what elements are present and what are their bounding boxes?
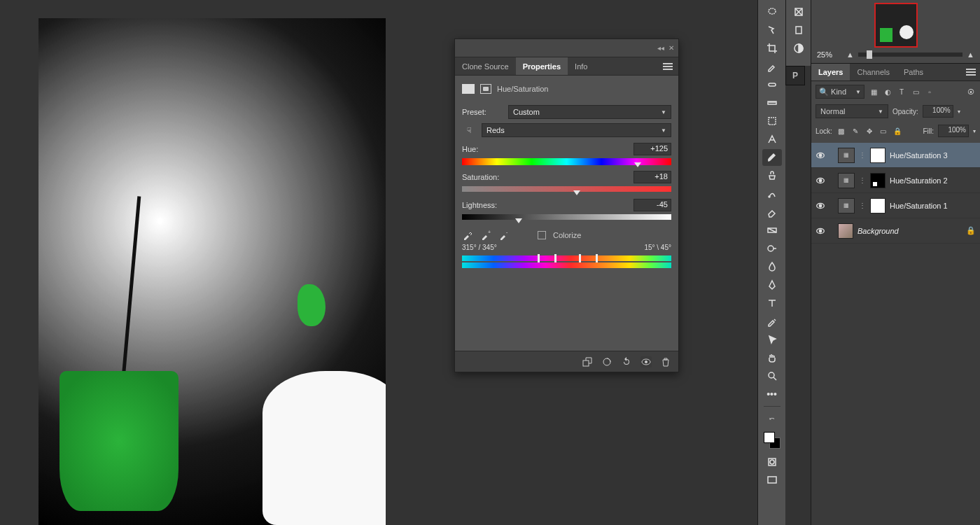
tab-layers[interactable]: Layers <box>811 64 850 80</box>
layer-mask-thumb[interactable] <box>870 173 886 188</box>
quick-select-tool-icon[interactable] <box>762 22 782 38</box>
lightness-value-input[interactable]: -45 <box>634 199 671 211</box>
artboard-tool-icon[interactable] <box>789 22 808 38</box>
adjustment-layer-icon[interactable] <box>789 40 808 57</box>
shape-tool-icon[interactable] <box>762 313 782 330</box>
fill-input[interactable]: 100% <box>938 125 969 137</box>
filter-type-icon[interactable]: T <box>897 87 906 97</box>
filter-adjust-icon[interactable]: ◐ <box>883 87 892 97</box>
reset-icon[interactable] <box>621 356 632 368</box>
layer-name[interactable]: Hue/Saturation 2 <box>890 176 948 185</box>
document-canvas[interactable] <box>38 18 386 525</box>
eyedropper-tool-icon[interactable] <box>762 58 782 75</box>
eyedropper-minus-icon[interactable]: - <box>498 230 510 241</box>
zoom-out-icon[interactable]: ▲ <box>846 50 854 59</box>
tab-properties[interactable]: Properties <box>516 57 568 75</box>
range-handle[interactable] <box>538 254 540 262</box>
layer-row[interactable]: ▦ ⋮ Hue/Saturation 1 <box>811 193 980 218</box>
lock-transparent-icon[interactable]: ▩ <box>836 126 846 136</box>
zoom-value[interactable]: 25% <box>817 50 842 59</box>
pen-tool-icon[interactable] <box>762 276 782 293</box>
layer-mask-thumb[interactable] <box>870 148 886 163</box>
layer-row[interactable]: ▦ ⋮ Hue/Saturation 3 <box>811 143 980 168</box>
zoom-slider[interactable] <box>858 52 962 57</box>
color-swatches[interactable] <box>764 432 780 449</box>
tab-channels[interactable]: Channels <box>850 64 896 80</box>
layers-panel-menu-icon[interactable] <box>962 64 980 80</box>
tab-paths[interactable]: Paths <box>897 64 930 80</box>
saturation-slider-thumb[interactable] <box>573 190 580 195</box>
edit-toolbar-icon[interactable]: ••• <box>762 386 782 402</box>
zoom-tool-icon[interactable] <box>762 368 782 384</box>
properties-panel[interactable]: ◂◂ ✕ Clone Source Properties Info Hue/Sa… <box>454 38 679 372</box>
swap-colors-icon[interactable]: ⤺ <box>762 410 782 427</box>
layer-name[interactable]: Background <box>858 227 899 235</box>
panel-close-icon[interactable]: ✕ <box>668 44 674 52</box>
navigator-thumbnail[interactable] <box>874 3 918 48</box>
mask-link-icon[interactable]: ⋮ <box>859 151 866 159</box>
crop-tool-icon[interactable] <box>762 40 782 57</box>
range-handle[interactable] <box>579 254 581 262</box>
clone-stamp-tool-icon[interactable] <box>762 167 782 184</box>
layer-visibility-icon[interactable] <box>816 150 825 160</box>
trash-icon[interactable] <box>660 356 671 368</box>
lock-position-icon[interactable]: ✥ <box>864 126 874 136</box>
filter-toggle-icon[interactable]: ⦿ <box>966 87 976 97</box>
range-handle[interactable] <box>596 254 598 262</box>
eyedropper-plus-icon[interactable]: + <box>480 230 491 241</box>
hue-slider-thumb[interactable] <box>634 162 641 167</box>
layer-row[interactable]: ▦ ⋮ Hue/Saturation 2 <box>811 168 980 193</box>
panel-menu-icon[interactable] <box>657 57 678 75</box>
saturation-value-input[interactable]: +18 <box>634 171 671 183</box>
healing-brush-tool-icon[interactable] <box>762 76 782 93</box>
zoom-slider-thumb[interactable] <box>867 50 872 59</box>
type-tool-icon[interactable] <box>762 295 782 312</box>
hue-slider[interactable] <box>462 158 671 165</box>
panel-drag-bar[interactable]: ◂◂ ✕ <box>455 39 678 57</box>
collapsed-panel-icon[interactable]: P <box>785 66 805 85</box>
mask-link-icon[interactable]: ⋮ <box>859 176 866 184</box>
colorize-checkbox[interactable] <box>538 231 546 239</box>
hue-value-input[interactable]: +125 <box>634 143 671 155</box>
lock-pixels-icon[interactable]: ✎ <box>850 126 860 136</box>
saturation-slider[interactable] <box>462 186 671 193</box>
filter-pixel-icon[interactable]: ▦ <box>869 87 878 97</box>
preset-select[interactable]: Custom ▼ <box>508 105 671 119</box>
lock-artboard-icon[interactable]: ▭ <box>878 126 888 136</box>
targeted-adjust-icon[interactable]: ☟ <box>462 123 476 137</box>
layer-mask-thumb[interactable] <box>870 198 886 214</box>
lightness-slider-thumb[interactable] <box>515 218 522 223</box>
tab-info[interactable]: Info <box>568 57 594 75</box>
filter-shape-icon[interactable]: ▭ <box>911 87 920 97</box>
opacity-input[interactable]: 100% <box>923 105 953 118</box>
brush-tool-icon[interactable] <box>762 149 782 166</box>
history-brush-tool-icon[interactable] <box>762 186 782 202</box>
color-range-bar-top[interactable] <box>462 255 671 261</box>
layer-visibility-icon[interactable] <box>816 226 825 236</box>
zoom-in-icon[interactable]: ▲ <box>967 50 974 59</box>
eyedropper-icon[interactable] <box>462 230 473 241</box>
range-handle[interactable] <box>554 254 556 262</box>
content-aware-move-icon[interactable] <box>762 131 782 148</box>
layer-visibility-icon[interactable] <box>816 176 825 186</box>
marquee-tool-icon[interactable] <box>762 113 782 130</box>
screen-mode-icon[interactable] <box>762 472 782 489</box>
filter-smart-icon[interactable]: ▫ <box>925 87 934 97</box>
clip-to-layer-icon[interactable] <box>582 356 593 368</box>
panel-collapse-icon[interactable]: ◂◂ <box>657 44 664 52</box>
lock-icon[interactable]: 🔒 <box>966 226 976 235</box>
lightness-slider[interactable] <box>462 214 671 221</box>
ruler-tool-icon[interactable] <box>762 94 782 111</box>
blur-tool-icon[interactable] <box>762 258 782 275</box>
tab-clone-source[interactable]: Clone Source <box>455 57 516 75</box>
hand-tool-icon[interactable] <box>762 349 782 366</box>
dodge-tool-icon[interactable] <box>762 240 782 257</box>
lasso-tool-icon[interactable] <box>762 4 782 20</box>
toggle-visibility-icon[interactable] <box>640 356 652 368</box>
blend-mode-select[interactable]: Normal ▼ <box>816 104 888 118</box>
layer-row-background[interactable]: Background 🔒 <box>811 218 980 244</box>
quick-mask-icon[interactable] <box>762 454 782 470</box>
foreground-color-swatch[interactable] <box>764 432 775 443</box>
lock-all-icon[interactable]: 🔒 <box>892 126 902 136</box>
gradient-tool-icon[interactable] <box>762 222 782 239</box>
